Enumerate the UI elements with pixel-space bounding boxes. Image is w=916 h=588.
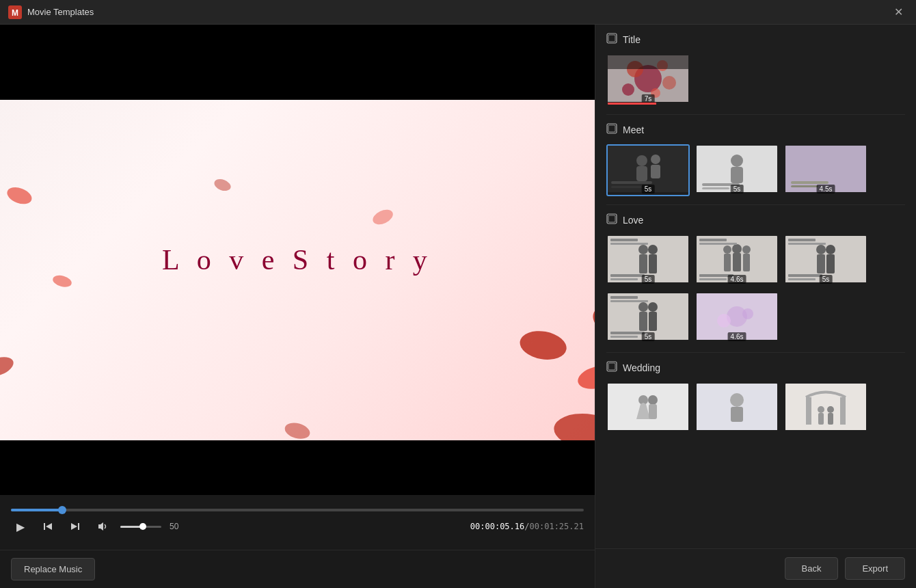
svg-point-74 xyxy=(742,245,751,254)
thumb-meet-2[interactable]: 5s xyxy=(695,144,779,196)
svg-rect-114 xyxy=(840,397,846,425)
svg-rect-46 xyxy=(651,165,660,178)
thumb-love-5-label: 4.6s xyxy=(728,332,746,341)
svg-rect-105 xyxy=(608,384,688,430)
svg-point-117 xyxy=(827,406,834,413)
controls-bar: ▶ xyxy=(0,495,595,550)
play-button[interactable]: ▶ xyxy=(11,517,30,536)
svg-rect-53 xyxy=(702,187,729,189)
svg-point-115 xyxy=(818,406,824,413)
svg-point-45 xyxy=(651,155,660,164)
thumb-wedding-3[interactable] xyxy=(784,382,867,434)
svg-point-90 xyxy=(638,302,648,312)
svg-point-61 xyxy=(638,245,648,254)
thumb-love-1[interactable]: 5s xyxy=(606,235,690,286)
section-wedding-header: Wedding xyxy=(606,361,905,374)
close-button[interactable]: ✕ xyxy=(889,3,908,22)
svg-rect-84 xyxy=(826,254,835,273)
svg-rect-111 xyxy=(731,407,743,422)
love-thumbnails: 5s 4.6s xyxy=(606,235,905,344)
step-forward-button[interactable] xyxy=(66,517,85,536)
section-wedding-icon xyxy=(606,361,617,374)
svg-rect-48 xyxy=(611,186,642,188)
svg-point-110 xyxy=(730,393,744,407)
svg-point-63 xyxy=(648,245,658,254)
thumb-love-1-label: 5s xyxy=(642,275,655,284)
svg-text:M: M xyxy=(12,8,18,18)
replace-music-button[interactable]: Replace Music xyxy=(11,558,95,580)
progress-thumb[interactable] xyxy=(58,506,66,514)
svg-point-17 xyxy=(371,206,395,227)
volume-button[interactable] xyxy=(93,517,112,536)
volume-thumb[interactable] xyxy=(139,523,146,530)
right-panel[interactable]: Title xyxy=(595,25,916,588)
thumb-meet-1[interactable]: 5s xyxy=(606,144,690,196)
thumb-love-2[interactable]: 4.6s xyxy=(695,235,779,286)
section-meet: Meet 5s xyxy=(595,115,916,204)
svg-rect-56 xyxy=(791,181,829,184)
svg-point-102 xyxy=(742,308,753,319)
svg-point-37 xyxy=(622,83,634,96)
section-love-label: Love xyxy=(623,215,643,226)
thumb-love-3[interactable]: 5s xyxy=(784,235,867,286)
svg-rect-59 xyxy=(608,215,615,222)
bottom-letterbox xyxy=(0,440,595,495)
thumb-love-5[interactable]: 4.6s xyxy=(695,292,779,344)
spacer xyxy=(595,442,916,456)
svg-rect-97 xyxy=(610,336,638,338)
svg-rect-93 xyxy=(649,312,657,331)
svg-rect-77 xyxy=(699,243,737,245)
svg-marker-25 xyxy=(46,523,52,530)
svg-point-107 xyxy=(648,395,658,405)
right-bottom-buttons: Back Export xyxy=(595,548,916,588)
svg-rect-30 xyxy=(608,35,615,42)
svg-point-18 xyxy=(283,420,312,442)
thumb-wedding-2[interactable] xyxy=(695,382,779,434)
volume-level: 50 xyxy=(170,522,183,531)
step-back-button[interactable] xyxy=(38,517,57,536)
time-separator: / xyxy=(524,522,529,531)
title-bar: M Movie Templates ✕ xyxy=(0,0,916,25)
section-wedding: Wedding xyxy=(595,353,916,442)
svg-rect-64 xyxy=(649,254,657,273)
svg-rect-39 xyxy=(608,55,688,69)
svg-rect-118 xyxy=(828,413,833,425)
progress-bar[interactable] xyxy=(11,509,584,511)
thumb-title-1[interactable]: 7s xyxy=(606,54,690,106)
thumb-love-4-label: 5s xyxy=(642,332,655,341)
thumb-meet-3-label: 4.5s xyxy=(817,185,835,193)
thumb-meet-2-label: 5s xyxy=(731,185,744,193)
thumb-wedding-1[interactable] xyxy=(606,382,690,434)
svg-point-3 xyxy=(5,184,34,206)
section-title-header: Title xyxy=(606,33,905,46)
section-meet-label: Meet xyxy=(623,124,644,135)
svg-rect-104 xyxy=(608,363,615,370)
back-button[interactable]: Back xyxy=(785,557,839,580)
svg-rect-116 xyxy=(818,413,824,425)
svg-rect-24 xyxy=(44,523,45,530)
bottom-bar: Replace Music xyxy=(0,550,595,588)
section-title: Title xyxy=(595,25,916,114)
section-title-icon xyxy=(606,33,617,46)
svg-rect-113 xyxy=(806,397,811,425)
thumb-love-4[interactable]: 5s xyxy=(606,292,690,344)
svg-rect-108 xyxy=(649,404,657,419)
time-display: 00:00:05.16/00:01:25.21 xyxy=(470,522,584,531)
export-button[interactable]: Export xyxy=(845,557,905,580)
video-area: L o v e S t o r y xyxy=(0,25,595,495)
left-panel: L o v e S t o r y ▶ xyxy=(0,25,595,588)
svg-rect-87 xyxy=(788,274,822,277)
time-total: 00:01:25.21 xyxy=(530,522,584,531)
app-logo: M xyxy=(8,5,22,19)
volume-slider[interactable] xyxy=(120,526,161,528)
thumb-meet-3[interactable]: 4.5s xyxy=(784,144,867,196)
svg-point-70 xyxy=(723,245,731,254)
svg-rect-41 xyxy=(608,125,615,132)
meet-thumbnails: 5s 5s xyxy=(606,144,905,196)
svg-rect-57 xyxy=(791,185,818,187)
svg-rect-85 xyxy=(788,239,816,241)
controls-row: ▶ xyxy=(11,517,584,536)
svg-point-8 xyxy=(517,328,569,363)
thumb-title-1-progress xyxy=(608,103,656,105)
svg-point-9 xyxy=(576,362,595,393)
